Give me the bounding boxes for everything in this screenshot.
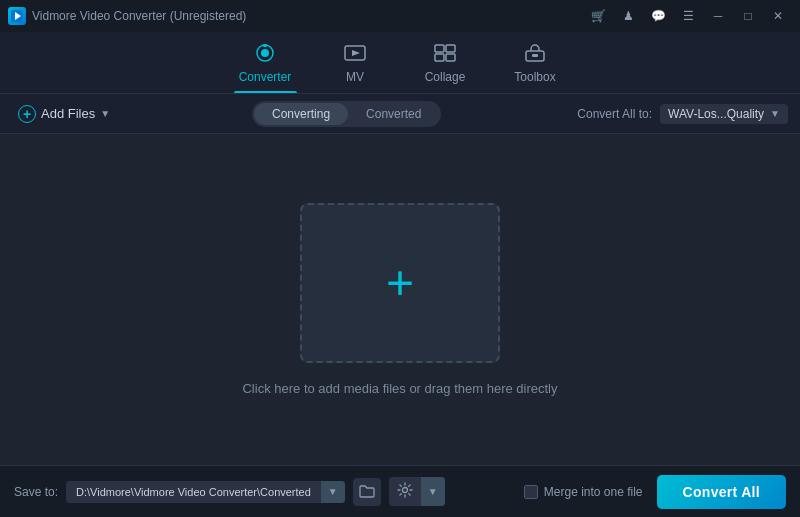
title-bar-left: Vidmore Video Converter (Unregistered) (8, 7, 246, 25)
toolbar-left: + Add Files ▼ (12, 101, 116, 127)
convert-all-to-caret-icon: ▼ (770, 108, 780, 119)
svg-marker-6 (352, 50, 360, 56)
tab-converter-label: Converter (239, 70, 292, 84)
drop-zone[interactable]: + (300, 203, 500, 363)
app-logo (8, 7, 26, 25)
convert-all-to-value: WAV-Los...Quality (668, 107, 764, 121)
maximize-button[interactable]: □ (734, 6, 762, 26)
drop-hint-text: Click here to add media files or drag th… (242, 381, 557, 396)
settings-button[interactable]: ▼ (389, 477, 445, 506)
svg-point-3 (261, 49, 269, 57)
cart-icon[interactable]: 🛒 (584, 6, 612, 26)
toolbox-icon (523, 43, 547, 66)
save-path-box: D:\Vidmore\Vidmore Video Converter\Conve… (66, 481, 345, 503)
settings-gear-icon (389, 477, 421, 506)
save-path-caret-icon[interactable]: ▼ (321, 481, 345, 503)
title-bar-controls: 🛒 ♟ 💬 ☰ ─ □ ✕ (584, 6, 792, 26)
tab-converter[interactable]: Converter (220, 37, 310, 93)
converted-tab[interactable]: Converted (348, 103, 439, 125)
add-files-caret-icon: ▼ (100, 108, 110, 119)
chat-icon[interactable]: 💬 (644, 6, 672, 26)
tab-mv-label: MV (346, 70, 364, 84)
convert-all-to-dropdown[interactable]: WAV-Los...Quality ▼ (660, 104, 788, 124)
folder-button[interactable] (353, 478, 381, 506)
bottom-right: Merge into one file Convert All (524, 475, 786, 509)
svg-point-13 (402, 488, 407, 493)
merge-checkbox-area[interactable]: Merge into one file (524, 485, 643, 499)
save-path-text: D:\Vidmore\Vidmore Video Converter\Conve… (66, 481, 321, 503)
add-files-plus-icon: + (18, 105, 36, 123)
tab-toolbox-label: Toolbox (514, 70, 555, 84)
collage-icon (433, 43, 457, 66)
add-files-label: Add Files (41, 106, 95, 121)
merge-checkbox[interactable] (524, 485, 538, 499)
converting-tab[interactable]: Converting (254, 103, 348, 125)
convert-all-to-label: Convert All to: (577, 107, 652, 121)
tab-collage[interactable]: Collage (400, 37, 490, 93)
title-bar: Vidmore Video Converter (Unregistered) 🛒… (0, 0, 800, 32)
user-icon[interactable]: ♟ (614, 6, 642, 26)
convert-all-button[interactable]: Convert All (657, 475, 786, 509)
converter-icon (253, 43, 277, 66)
svg-rect-8 (446, 45, 455, 52)
merge-label: Merge into one file (544, 485, 643, 499)
save-to-section: Save to: D:\Vidmore\Vidmore Video Conver… (14, 477, 445, 506)
svg-rect-10 (446, 54, 455, 61)
menu-icon[interactable]: ☰ (674, 6, 702, 26)
minimize-button[interactable]: ─ (704, 6, 732, 26)
tab-collage-label: Collage (425, 70, 466, 84)
mv-icon (343, 43, 367, 66)
tab-toolbox[interactable]: Toolbox (490, 37, 580, 93)
main-content: + Click here to add media files or drag … (0, 134, 800, 465)
toolbar-right: Convert All to: WAV-Los...Quality ▼ (577, 104, 788, 124)
svg-rect-12 (532, 54, 538, 57)
svg-rect-4 (263, 44, 267, 47)
close-button[interactable]: ✕ (764, 6, 792, 26)
save-to-label: Save to: (14, 485, 58, 499)
nav-tabs: Converter MV Collage (0, 32, 800, 94)
drop-zone-plus-icon: + (386, 259, 414, 307)
toolbar: + Add Files ▼ Converting Converted Conve… (0, 94, 800, 134)
bottom-bar: Save to: D:\Vidmore\Vidmore Video Conver… (0, 465, 800, 517)
add-files-button[interactable]: + Add Files ▼ (12, 101, 116, 127)
app-title: Vidmore Video Converter (Unregistered) (32, 9, 246, 23)
settings-caret-icon: ▼ (421, 477, 445, 506)
svg-rect-9 (435, 54, 444, 61)
tab-switcher: Converting Converted (252, 101, 441, 127)
svg-rect-7 (435, 45, 444, 52)
tab-mv[interactable]: MV (310, 37, 400, 93)
